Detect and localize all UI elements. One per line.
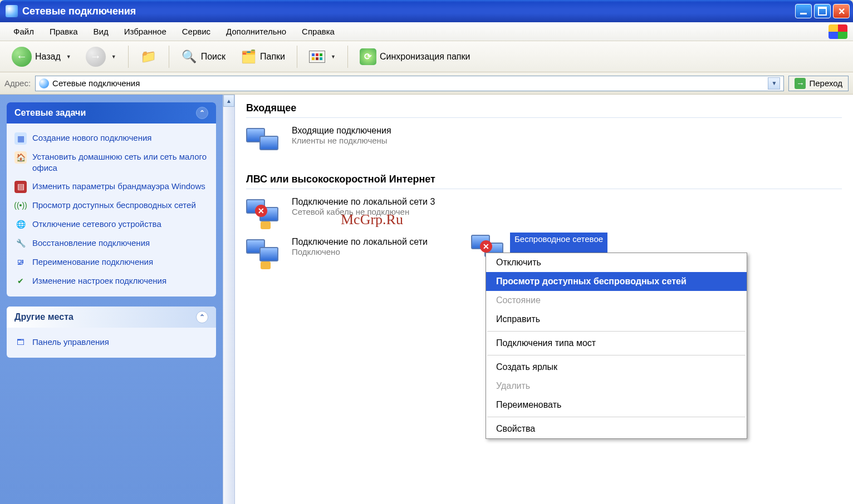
menu-favorites[interactable]: Избранное <box>116 24 174 38</box>
panel-other-places: Другие места ⌃ 🗔Панель управления <box>7 307 216 358</box>
incoming-title: Входящие подключения <box>292 126 391 136</box>
maximize-button[interactable] <box>814 4 831 18</box>
views-dropdown-icon[interactable]: ▼ <box>331 54 336 60</box>
task-label: Просмотр доступных беспроводных сетей <box>32 200 196 211</box>
lan3-icon: ✕ <box>246 197 285 228</box>
magnifier-icon: 🔍 <box>181 48 198 65</box>
sidebar: Сетевые задачи ⌃ ▦Создание нового подклю… <box>0 95 223 504</box>
task-properties[interactable]: ✔Изменение настроек подключения <box>14 272 208 291</box>
up-button[interactable]: 📁 <box>134 45 163 69</box>
sync-button[interactable]: ⟳ Синхронизация папки <box>354 45 477 69</box>
back-arrow-icon: ← <box>12 47 32 67</box>
sync-label: Синхронизация папки <box>380 52 470 62</box>
task-repair[interactable]: 🔧Восстановление подключения <box>14 234 208 253</box>
forward-arrow-icon: → <box>86 47 106 67</box>
context-menu: Отключить Просмотр доступных беспроводны… <box>486 253 747 439</box>
ctx-properties[interactable]: Свойства <box>486 419 747 438</box>
globe-x-icon: 🌐 <box>14 219 27 231</box>
item-lan[interactable]: Подключение по локальной сети Подключено <box>246 237 447 268</box>
group-lan-header: ЛВС или высокоскоростной Интернет <box>246 174 842 189</box>
toolbar-separator <box>169 46 169 68</box>
task-label: Установить домашнюю сеть или сеть малого… <box>32 151 208 174</box>
ctx-rename[interactable]: Переименовать <box>486 396 747 414</box>
ctx-shortcut[interactable]: Создать ярлык <box>486 358 747 377</box>
back-dropdown-icon[interactable]: ▼ <box>66 54 71 60</box>
task-rename[interactable]: 🖳Переименование подключения <box>14 253 208 272</box>
wrench-icon: 🔧 <box>14 238 27 250</box>
task-label: Изменение настроек подключения <box>32 275 166 286</box>
minimize-button[interactable] <box>795 4 812 18</box>
search-button[interactable]: 🔍 Поиск <box>175 45 232 69</box>
task-label: Восстановление подключения <box>32 238 150 249</box>
lan-title: Подключение по локальной сети <box>292 237 428 247</box>
other-control-panel[interactable]: 🗔Панель управления <box>14 333 208 352</box>
task-firewall[interactable]: ▤Изменить параметры брандмауэра Windows <box>14 177 208 196</box>
task-setup-home[interactable]: 🏠Установить домашнюю сеть или сеть малог… <box>14 148 208 177</box>
content: Входящее Входящие подключения Клиенты не… <box>235 95 853 504</box>
chevron-up-icon[interactable]: ⌃ <box>196 311 208 323</box>
forward-dropdown-icon[interactable]: ▼ <box>111 54 116 60</box>
address-value: Сетевые подключения <box>52 78 140 88</box>
lan3-title: Подключение по локальной сети 3 <box>292 197 435 207</box>
addressbar: Адрес: Сетевые подключения ▼ → Переход <box>0 72 853 95</box>
menu-advanced[interactable]: Дополнительно <box>218 24 294 38</box>
ctx-disable[interactable]: Отключить <box>486 253 747 272</box>
panel-header-other[interactable]: Другие места ⌃ <box>7 307 216 328</box>
toolbar-separator <box>128 46 129 68</box>
ctx-bridge[interactable]: Подключения типа мост <box>486 334 747 353</box>
scroll-up-icon[interactable]: ▲ <box>223 95 234 107</box>
panel-body-other: 🗔Панель управления <box>7 328 216 358</box>
ctx-view-wireless[interactable]: Просмотр доступных беспроводных сетей <box>486 272 747 291</box>
forward-button[interactable]: → ▼ <box>80 45 122 69</box>
toolbar-separator <box>297 46 297 68</box>
views-button[interactable]: ▼ <box>303 45 342 69</box>
firewall-icon: ▤ <box>14 181 27 193</box>
task-new-connection[interactable]: ▦Создание нового подключения <box>14 129 208 148</box>
panel-title-other: Другие места <box>14 312 73 322</box>
folder-up-icon: 📁 <box>140 48 157 65</box>
menu-edit[interactable]: Правка <box>42 24 86 38</box>
sidebar-scrollbar[interactable]: ▲ <box>223 95 235 504</box>
chevron-up-icon[interactable]: ⌃ <box>196 107 208 119</box>
menu-file[interactable]: Файл <box>6 24 42 38</box>
ctx-repair[interactable]: Исправить <box>486 310 747 329</box>
address-dropdown-icon[interactable]: ▼ <box>768 77 780 90</box>
ctx-status: Состояние <box>486 291 747 310</box>
lan-sub: Подключено <box>292 247 428 256</box>
panel-title-tasks: Сетевые задачи <box>14 108 86 118</box>
close-button[interactable] <box>833 4 850 18</box>
task-label: Переименование подключения <box>32 256 153 268</box>
home-icon: 🏠 <box>14 151 27 164</box>
rename-icon: 🖳 <box>14 256 27 269</box>
window-title: Сетевые подключения <box>22 6 136 17</box>
toolbar-separator <box>347 46 348 68</box>
go-label: Переход <box>809 78 842 88</box>
menubar: Файл Правка Вид Избранное Сервис Дополни… <box>0 22 853 41</box>
menu-help[interactable]: Справка <box>294 24 342 38</box>
item-incoming-connections[interactable]: Входящие подключения Клиенты не подключе… <box>246 126 447 157</box>
search-label: Поиск <box>201 52 225 62</box>
settings-icon: ✔ <box>14 275 27 288</box>
address-field[interactable]: Сетевые подключения ▼ <box>35 76 784 91</box>
folders-button[interactable]: 🗂️ Папки <box>234 45 291 69</box>
folders-icon: 🗂️ <box>240 48 257 65</box>
panel-header-tasks[interactable]: Сетевые задачи ⌃ <box>7 102 216 123</box>
task-disable-device[interactable]: 🌐Отключение сетевого устройства <box>14 215 208 234</box>
go-arrow-icon: → <box>795 78 806 89</box>
incoming-sub: Клиенты не подключены <box>292 136 391 145</box>
toolbar: ← Назад ▼ → ▼ 📁 🔍 Поиск 🗂️ Папки ▼ ⟳ Син… <box>0 41 853 72</box>
ctx-separator <box>487 355 746 355</box>
task-view-wireless[interactable]: ((•))Просмотр доступных беспроводных сет… <box>14 196 208 215</box>
back-button[interactable]: ← Назад ▼ <box>6 45 77 69</box>
menu-view[interactable]: Вид <box>86 24 116 38</box>
ctx-delete: Удалить <box>486 377 747 396</box>
menu-tools[interactable]: Сервис <box>174 24 218 38</box>
go-button[interactable]: → Переход <box>788 76 849 91</box>
folders-label: Папки <box>260 52 285 62</box>
task-label: Отключение сетевого устройства <box>32 219 161 230</box>
windows-flag-icon <box>829 24 847 39</box>
incoming-icon <box>246 126 285 157</box>
ctx-separator <box>487 331 746 332</box>
new-conn-icon: ▦ <box>14 132 27 145</box>
sync-icon: ⟳ <box>360 48 376 65</box>
